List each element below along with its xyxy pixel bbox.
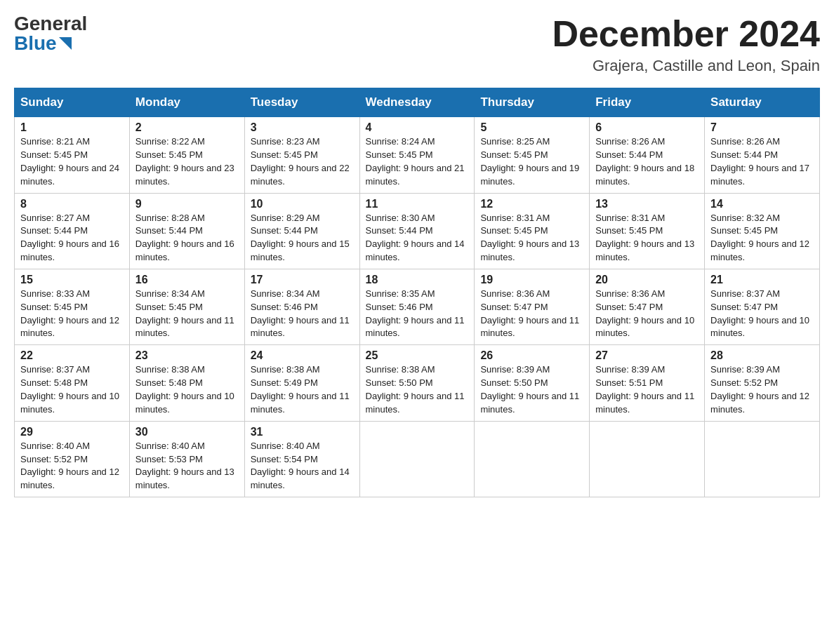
day-number: 30 — [135, 426, 239, 438]
logo-blue-text: Blue — [14, 34, 57, 53]
table-row: 10 Sunrise: 8:29 AMSunset: 5:44 PMDaylig… — [244, 193, 359, 269]
col-sunday: Sunday — [15, 88, 130, 117]
calendar-week-row: 22 Sunrise: 8:37 AMSunset: 5:48 PMDaylig… — [15, 345, 820, 421]
day-info: Sunrise: 8:39 AMSunset: 5:50 PMDaylight:… — [480, 363, 583, 416]
calendar-header-row: Sunday Monday Tuesday Wednesday Thursday… — [15, 88, 820, 117]
title-block: December 2024 Grajera, Castille and Leon… — [552, 14, 820, 75]
day-number: 13 — [595, 198, 699, 210]
table-row: 28 Sunrise: 8:39 AMSunset: 5:52 PMDaylig… — [705, 345, 820, 421]
table-row: 30 Sunrise: 8:40 AMSunset: 5:53 PMDaylig… — [129, 421, 244, 497]
day-number: 12 — [480, 198, 583, 210]
logo-triangle-icon — [59, 37, 72, 50]
day-info: Sunrise: 8:39 AMSunset: 5:51 PMDaylight:… — [595, 363, 699, 416]
logo: General Blue — [14, 14, 87, 53]
day-number: 2 — [135, 121, 239, 134]
day-info: Sunrise: 8:26 AMSunset: 5:44 PMDaylight:… — [710, 135, 814, 188]
table-row: 25 Sunrise: 8:38 AMSunset: 5:50 PMDaylig… — [359, 345, 475, 421]
day-number: 23 — [135, 349, 239, 362]
table-row: 22 Sunrise: 8:37 AMSunset: 5:48 PMDaylig… — [15, 345, 130, 421]
day-number: 9 — [135, 198, 239, 210]
table-row: 18 Sunrise: 8:35 AMSunset: 5:46 PMDaylig… — [359, 269, 475, 344]
day-number: 11 — [366, 198, 469, 210]
day-number: 22 — [20, 349, 124, 362]
day-number: 24 — [251, 349, 354, 362]
day-number: 16 — [135, 274, 239, 286]
day-number: 26 — [480, 349, 583, 362]
table-row — [359, 421, 475, 497]
day-number: 20 — [595, 274, 699, 286]
day-info: Sunrise: 8:37 AMSunset: 5:47 PMDaylight:… — [710, 288, 814, 340]
table-row: 6 Sunrise: 8:26 AMSunset: 5:44 PMDayligh… — [590, 117, 705, 193]
table-row: 8 Sunrise: 8:27 AMSunset: 5:44 PMDayligh… — [15, 193, 130, 269]
day-number: 1 — [20, 121, 124, 134]
day-number: 18 — [366, 274, 469, 286]
location-title: Grajera, Castille and Leon, Spain — [552, 57, 820, 75]
table-row: 12 Sunrise: 8:31 AMSunset: 5:45 PMDaylig… — [475, 193, 590, 269]
table-row — [590, 421, 705, 497]
day-number: 14 — [710, 198, 814, 210]
table-row: 21 Sunrise: 8:37 AMSunset: 5:47 PMDaylig… — [705, 269, 820, 344]
day-number: 15 — [20, 274, 124, 286]
month-title: December 2024 — [552, 14, 820, 54]
table-row: 27 Sunrise: 8:39 AMSunset: 5:51 PMDaylig… — [590, 345, 705, 421]
day-number: 21 — [710, 274, 814, 286]
table-row: 15 Sunrise: 8:33 AMSunset: 5:45 PMDaylig… — [15, 269, 130, 344]
day-number: 25 — [366, 349, 469, 362]
day-number: 31 — [251, 426, 354, 438]
calendar-table: Sunday Monday Tuesday Wednesday Thursday… — [14, 88, 820, 497]
day-info: Sunrise: 8:36 AMSunset: 5:47 PMDaylight:… — [595, 288, 699, 340]
table-row: 11 Sunrise: 8:30 AMSunset: 5:44 PMDaylig… — [359, 193, 475, 269]
day-info: Sunrise: 8:40 AMSunset: 5:53 PMDaylight:… — [135, 440, 239, 492]
col-friday: Friday — [590, 88, 705, 117]
table-row: 29 Sunrise: 8:40 AMSunset: 5:52 PMDaylig… — [15, 421, 130, 497]
table-row: 9 Sunrise: 8:28 AMSunset: 5:44 PMDayligh… — [129, 193, 244, 269]
day-number: 29 — [20, 426, 124, 438]
col-wednesday: Wednesday — [359, 88, 475, 117]
table-row: 19 Sunrise: 8:36 AMSunset: 5:47 PMDaylig… — [475, 269, 590, 344]
day-info: Sunrise: 8:34 AMSunset: 5:45 PMDaylight:… — [135, 288, 239, 340]
table-row: 26 Sunrise: 8:39 AMSunset: 5:50 PMDaylig… — [475, 345, 590, 421]
day-info: Sunrise: 8:25 AMSunset: 5:45 PMDaylight:… — [480, 135, 583, 188]
day-number: 4 — [366, 121, 469, 134]
day-number: 27 — [595, 349, 699, 362]
day-number: 5 — [480, 121, 583, 134]
table-row: 20 Sunrise: 8:36 AMSunset: 5:47 PMDaylig… — [590, 269, 705, 344]
day-info: Sunrise: 8:33 AMSunset: 5:45 PMDaylight:… — [20, 288, 124, 340]
table-row — [475, 421, 590, 497]
col-thursday: Thursday — [475, 88, 590, 117]
day-number: 10 — [251, 198, 354, 210]
table-row: 17 Sunrise: 8:34 AMSunset: 5:46 PMDaylig… — [244, 269, 359, 344]
table-row: 24 Sunrise: 8:38 AMSunset: 5:49 PMDaylig… — [244, 345, 359, 421]
svg-marker-0 — [59, 37, 72, 50]
day-info: Sunrise: 8:31 AMSunset: 5:45 PMDaylight:… — [595, 212, 699, 264]
day-info: Sunrise: 8:27 AMSunset: 5:44 PMDaylight:… — [20, 212, 124, 264]
day-info: Sunrise: 8:31 AMSunset: 5:45 PMDaylight:… — [480, 212, 583, 264]
day-info: Sunrise: 8:32 AMSunset: 5:45 PMDaylight:… — [710, 212, 814, 264]
table-row: 14 Sunrise: 8:32 AMSunset: 5:45 PMDaylig… — [705, 193, 820, 269]
page-header: General Blue December 2024 Grajera, Cast… — [14, 14, 820, 75]
calendar-week-row: 1 Sunrise: 8:21 AMSunset: 5:45 PMDayligh… — [15, 117, 820, 193]
day-info: Sunrise: 8:21 AMSunset: 5:45 PMDaylight:… — [20, 135, 124, 188]
col-saturday: Saturday — [705, 88, 820, 117]
day-info: Sunrise: 8:40 AMSunset: 5:52 PMDaylight:… — [20, 440, 124, 492]
day-number: 6 — [595, 121, 699, 134]
day-info: Sunrise: 8:34 AMSunset: 5:46 PMDaylight:… — [251, 288, 354, 340]
col-monday: Monday — [129, 88, 244, 117]
table-row — [705, 421, 820, 497]
day-info: Sunrise: 8:38 AMSunset: 5:48 PMDaylight:… — [135, 363, 239, 416]
day-info: Sunrise: 8:28 AMSunset: 5:44 PMDaylight:… — [135, 212, 239, 264]
table-row: 16 Sunrise: 8:34 AMSunset: 5:45 PMDaylig… — [129, 269, 244, 344]
day-info: Sunrise: 8:29 AMSunset: 5:44 PMDaylight:… — [251, 212, 354, 264]
table-row: 5 Sunrise: 8:25 AMSunset: 5:45 PMDayligh… — [475, 117, 590, 193]
table-row: 13 Sunrise: 8:31 AMSunset: 5:45 PMDaylig… — [590, 193, 705, 269]
day-number: 28 — [710, 349, 814, 362]
table-row: 1 Sunrise: 8:21 AMSunset: 5:45 PMDayligh… — [15, 117, 130, 193]
day-info: Sunrise: 8:37 AMSunset: 5:48 PMDaylight:… — [20, 363, 124, 416]
day-info: Sunrise: 8:40 AMSunset: 5:54 PMDaylight:… — [251, 440, 354, 492]
day-info: Sunrise: 8:38 AMSunset: 5:50 PMDaylight:… — [366, 363, 469, 416]
calendar-week-row: 29 Sunrise: 8:40 AMSunset: 5:52 PMDaylig… — [15, 421, 820, 497]
day-info: Sunrise: 8:38 AMSunset: 5:49 PMDaylight:… — [251, 363, 354, 416]
table-row: 7 Sunrise: 8:26 AMSunset: 5:44 PMDayligh… — [705, 117, 820, 193]
table-row: 4 Sunrise: 8:24 AMSunset: 5:45 PMDayligh… — [359, 117, 475, 193]
table-row: 3 Sunrise: 8:23 AMSunset: 5:45 PMDayligh… — [244, 117, 359, 193]
